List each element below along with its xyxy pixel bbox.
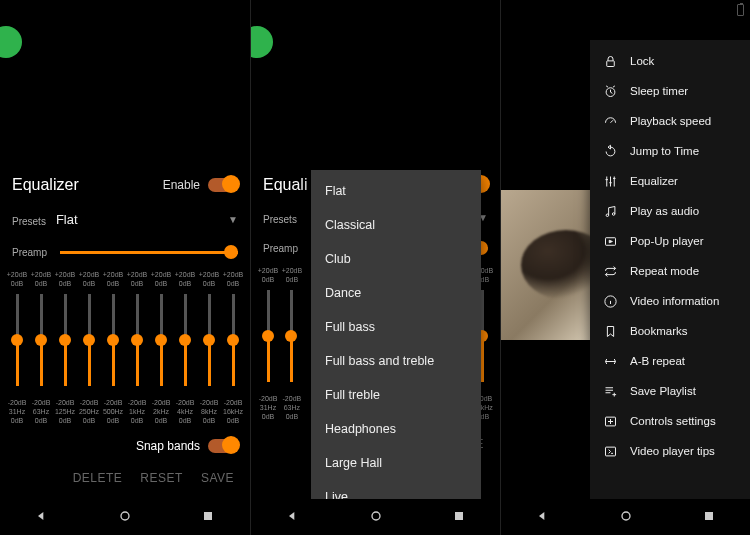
eq-band-slider[interactable] — [30, 294, 52, 386]
menu-item-popup[interactable]: Pop-Up player — [590, 226, 750, 256]
delete-button[interactable]: DELETE — [73, 471, 123, 485]
db-bottom-label: -20dB250Hz0dB — [78, 398, 100, 425]
svg-point-12 — [622, 512, 630, 520]
menu-item-alarm[interactable]: Sleep timer — [590, 76, 750, 106]
nav-back-icon[interactable] — [34, 508, 50, 527]
preset-option[interactable]: Flat — [311, 174, 481, 208]
preset-option[interactable]: Full treble — [311, 378, 481, 412]
eq-band-slider[interactable] — [150, 294, 172, 386]
menu-item-tips[interactable]: Video player tips — [590, 436, 750, 466]
preamp-slider[interactable] — [60, 251, 238, 254]
preset-option[interactable]: Classical — [311, 208, 481, 242]
menu-item-info[interactable]: Video information — [590, 286, 750, 316]
eq-band-slider[interactable] — [126, 294, 148, 386]
db-top-label: +20dB0dB — [30, 270, 52, 288]
fab-button[interactable] — [250, 26, 273, 58]
preset-option[interactable]: Large Hall — [311, 446, 481, 480]
menu-item-bookmark[interactable]: Bookmarks — [590, 316, 750, 346]
presets-dropdown-menu: FlatClassicalClubDanceFull bassFull bass… — [311, 170, 481, 535]
presets-label: Presets — [12, 216, 46, 227]
speed-icon — [602, 113, 618, 129]
nav-recent-icon[interactable] — [451, 508, 467, 527]
repeat-icon — [602, 263, 618, 279]
snap-bands-label: Snap bands — [136, 439, 200, 453]
db-bottom-label: -20dB31Hz0dB — [6, 398, 28, 425]
reset-button[interactable]: RESET — [140, 471, 183, 485]
db-top-label: +20dB0dB — [222, 270, 244, 288]
presets-label: Presets — [263, 214, 297, 225]
menu-item-repeat[interactable]: Repeat mode — [590, 256, 750, 286]
snap-bands-toggle[interactable] — [208, 439, 238, 453]
db-bottom-label: -20dB8kHz0dB — [198, 398, 220, 425]
db-bottom-label: -20dB63Hz0dB — [30, 398, 52, 425]
menu-item-abrepeat[interactable]: A-B repeat — [590, 346, 750, 376]
db-bottom-label: -20dB125Hz0dB — [54, 398, 76, 425]
db-top-label: +20dB0dB — [257, 266, 279, 284]
preset-option[interactable]: Club — [311, 242, 481, 276]
preamp-label: Preamp — [12, 247, 52, 258]
tips-icon — [602, 443, 618, 459]
nav-recent-icon[interactable] — [200, 508, 216, 527]
nav-home-icon[interactable] — [117, 508, 133, 527]
abrepeat-icon — [602, 353, 618, 369]
eq-band-slider[interactable] — [281, 290, 303, 382]
db-top-label: +20dB0dB — [198, 270, 220, 288]
nav-back-icon[interactable] — [535, 508, 551, 527]
db-top-label: +20dB0dB — [126, 270, 148, 288]
db-top-label: +20dB0dB — [174, 270, 196, 288]
nav-home-icon[interactable] — [618, 508, 634, 527]
menu-item-saveplaylist[interactable]: Save Playlist — [590, 376, 750, 406]
preset-option[interactable]: Full bass and treble — [311, 344, 481, 378]
menu-item-label: Video information — [630, 295, 719, 307]
nav-back-icon[interactable] — [285, 508, 301, 527]
menu-item-jump[interactable]: Jump to Time — [590, 136, 750, 166]
controls-icon — [602, 413, 618, 429]
nav-home-icon[interactable] — [368, 508, 384, 527]
db-bottom-label: -20dB16kHz0dB — [222, 398, 244, 425]
eq-bands — [0, 290, 250, 390]
db-top-row: +20dB0dB+20dB0dB+20dB0dB+20dB0dB+20dB0dB… — [0, 262, 250, 290]
eq-band-slider[interactable] — [54, 294, 76, 386]
eq-band-slider[interactable] — [174, 294, 196, 386]
eq-band-slider[interactable] — [257, 290, 279, 382]
preset-option[interactable]: Full bass — [311, 310, 481, 344]
menu-item-label: Save Playlist — [630, 385, 696, 397]
eq-band-slider[interactable] — [222, 294, 244, 386]
fab-button[interactable] — [0, 26, 22, 58]
menu-item-audio[interactable]: Play as audio — [590, 196, 750, 226]
menu-item-label: Sleep timer — [630, 85, 688, 97]
eq-band-slider[interactable] — [102, 294, 124, 386]
equalizer-icon — [602, 173, 618, 189]
db-bottom-label: -20dB500Hz0dB — [102, 398, 124, 425]
eq-band-slider[interactable] — [6, 294, 28, 386]
eq-band-slider[interactable] — [78, 294, 100, 386]
nav-recent-icon[interactable] — [701, 508, 717, 527]
svg-point-2 — [372, 512, 380, 520]
preset-dropdown[interactable]: Flat ▼ — [56, 212, 238, 231]
db-bottom-row: -20dB31Hz0dB-20dB63Hz0dB-20dB125Hz0dB-20… — [0, 390, 250, 427]
enable-toggle[interactable] — [208, 178, 238, 192]
menu-item-label: Bookmarks — [630, 325, 688, 337]
menu-item-label: Controls settings — [630, 415, 716, 427]
preamp-label: Preamp — [263, 243, 303, 254]
db-top-label: +20dB0dB — [150, 270, 172, 288]
db-top-label: +20dB0dB — [6, 270, 28, 288]
menu-item-controls[interactable]: Controls settings — [590, 406, 750, 436]
svg-rect-3 — [455, 512, 463, 520]
menu-item-label: Equalizer — [630, 175, 678, 187]
menu-item-label: Pop-Up player — [630, 235, 704, 247]
preset-option[interactable]: Dance — [311, 276, 481, 310]
preset-option[interactable]: Headphones — [311, 412, 481, 446]
menu-item-equalizer[interactable]: Equalizer — [590, 166, 750, 196]
bookmark-icon — [602, 323, 618, 339]
menu-item-lock[interactable]: Lock — [590, 46, 750, 76]
status-bar — [501, 0, 750, 20]
eq-band-slider[interactable] — [198, 294, 220, 386]
menu-item-label: Jump to Time — [630, 145, 699, 157]
menu-item-label: Play as audio — [630, 205, 699, 217]
alarm-icon — [602, 83, 618, 99]
save-button[interactable]: SAVE — [201, 471, 234, 485]
menu-item-speed[interactable]: Playback speed — [590, 106, 750, 136]
info-icon — [602, 293, 618, 309]
lock-icon — [602, 53, 618, 69]
